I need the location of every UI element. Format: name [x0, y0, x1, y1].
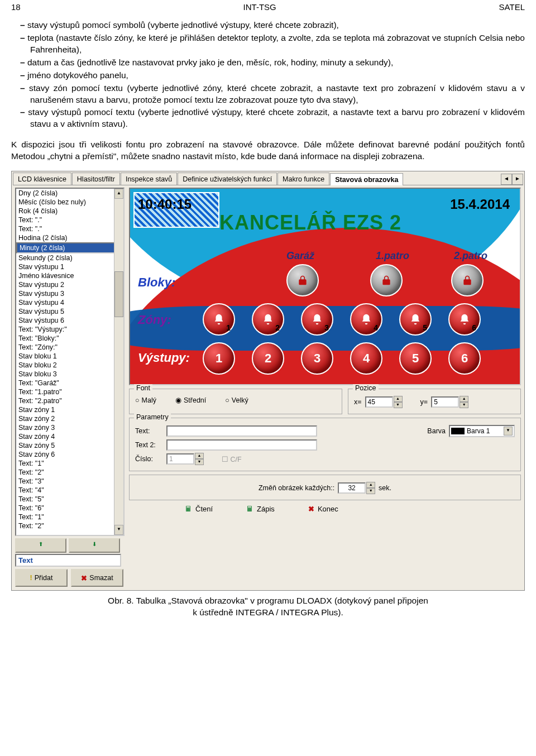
list-item[interactable]: Stav zóny 3 — [16, 423, 123, 432]
text2-input[interactable] — [166, 439, 317, 451]
exclaim-icon: ! — [30, 574, 32, 582]
list-item[interactable]: Stav zóny 4 — [16, 432, 123, 441]
x-input[interactable]: 45 — [365, 396, 393, 408]
text1-input[interactable] — [166, 425, 317, 437]
tab-userfunc[interactable]: Definice uživatelských funkcí — [178, 173, 277, 185]
list-item[interactable]: Hodina (2 čísla) — [16, 233, 123, 242]
params-group: Parametry Text: Barva Barva 1▼ Text 2: Č… — [129, 418, 521, 471]
list-item[interactable]: Dny (2 čísla) — [16, 189, 123, 198]
list-item[interactable]: Text: "2.patro" — [16, 396, 123, 405]
spin-down-icon[interactable]: ▼ — [366, 488, 375, 494]
tab-scroll-left-icon[interactable]: ◄ — [501, 174, 512, 185]
write-button[interactable]: 🖩Zápis — [246, 505, 275, 513]
list-item[interactable]: Stav bloku 2 — [16, 361, 123, 370]
x-label: x= — [354, 398, 362, 406]
list-item[interactable]: Stav výstupu 3 — [16, 289, 123, 298]
status-screen-preview[interactable]: 10:40:15 15.4.2014 KANCELÁŘ EZS 2 Garáž … — [129, 188, 521, 385]
list-item[interactable]: Text: "Bloky:" — [16, 334, 123, 343]
output-status-icon: 4 — [350, 342, 382, 375]
list-item[interactable]: Stav zóny 5 — [16, 441, 123, 450]
list-item[interactable]: Stav bloku 1 — [16, 352, 123, 361]
list-item[interactable]: Stav výstupu 4 — [16, 298, 123, 307]
list-item[interactable]: Stav bloku 3 — [16, 370, 123, 379]
list-item[interactable]: Stav výstupu 1 — [16, 262, 123, 271]
tab-inspection[interactable]: Inspekce stavů — [121, 173, 177, 185]
list-item[interactable]: Minuty (2 čísla) — [16, 242, 123, 253]
arrow-up-icon: ⬆ — [39, 541, 43, 547]
tab-statusscreen[interactable]: Stavová obrazovka — [330, 173, 403, 185]
scroll-down-icon[interactable]: ▼ — [114, 525, 123, 535]
spin-up-icon[interactable]: ▲ — [394, 396, 403, 402]
spin-down-icon[interactable]: ▼ — [394, 402, 403, 408]
zone-status-icon: 5 — [399, 303, 432, 336]
list-item[interactable]: Text: "Výstupy:" — [16, 325, 123, 334]
list-item[interactable]: Stav výstupu 5 — [16, 307, 123, 316]
spin-down-icon[interactable]: ▼ — [460, 402, 468, 408]
list-item[interactable]: Text: "1.patro" — [16, 387, 123, 396]
list-item[interactable]: Stav zóny 6 — [16, 450, 123, 459]
list-item[interactable]: Text: "Zóny:" — [16, 343, 123, 352]
list-item[interactable]: Text: "Garáž" — [16, 379, 123, 387]
zone-status-icon: 3 — [301, 303, 333, 336]
page-number: 18 — [11, 2, 21, 12]
color-label: Barva — [427, 427, 446, 435]
list-item[interactable]: Stav výstupu 2 — [16, 280, 123, 289]
list-item[interactable]: Text: "5" — [16, 495, 123, 504]
list-item[interactable]: Sekundy (2 čísla) — [16, 253, 123, 262]
tab-macro[interactable]: Makro funkce — [277, 173, 329, 185]
list-item[interactable]: Stav zóny 1 — [16, 405, 123, 414]
list-item[interactable]: Text: "2" — [16, 521, 123, 530]
list-item[interactable]: Text: "6" — [16, 504, 123, 513]
text2-label: Text 2: — [135, 441, 163, 449]
list-item[interactable]: Měsíc (číslo bez nuly) — [16, 198, 123, 207]
tab-scroll-right-icon[interactable]: ► — [512, 174, 523, 185]
tab-lcd[interactable]: LCD klávesnice — [13, 173, 71, 185]
font-large-radio[interactable]: ○Velký — [225, 396, 248, 404]
scroll-up-icon[interactable]: ▲ — [114, 189, 123, 199]
list-item[interactable]: Stav zóny 2 — [16, 414, 123, 423]
font-medium-radio[interactable]: ◉Střední — [175, 396, 206, 404]
list-item[interactable]: Text: "." — [16, 216, 123, 224]
scroll-thumb[interactable] — [114, 271, 123, 317]
list-item[interactable]: Text: "4" — [16, 486, 123, 495]
bullet-item: stavy zón pomocí textu (vyberte jednotli… — [11, 83, 525, 106]
y-label: y= — [420, 398, 428, 406]
list-item[interactable]: Text: "1" — [16, 513, 123, 521]
delete-button[interactable]: ✖Smazat — [71, 569, 123, 587]
listbox-scrollbar[interactable]: ▲ ▼ — [114, 189, 123, 535]
y-input[interactable]: 5 — [431, 396, 459, 408]
zone-status-icon: 6 — [448, 303, 481, 336]
elements-listbox[interactable]: Dny (2 čísla)Měsíc (číslo bez nuly)Rok (… — [15, 188, 125, 536]
spin-down-icon: ▼ — [195, 459, 204, 465]
list-item[interactable]: Text: "3" — [16, 477, 123, 486]
spin-up-icon[interactable]: ▲ — [366, 482, 375, 488]
read-button[interactable]: 🖩Čtení — [185, 505, 213, 513]
list-item[interactable]: Stav výstupu 6 — [16, 316, 123, 325]
spin-up-icon[interactable]: ▲ — [460, 396, 468, 402]
paragraph: K dispozici jsou tři velikosti fontu pro… — [11, 139, 525, 162]
close-button[interactable]: ✖Konec — [308, 505, 338, 513]
list-item[interactable]: Text: "2" — [16, 468, 123, 477]
change-interval-input[interactable]: 32 — [338, 482, 366, 494]
params-legend: Parametry — [134, 413, 171, 421]
calculator-icon: 🖩 — [185, 505, 192, 513]
list-item[interactable]: Rok (4 čísla) — [16, 207, 123, 216]
move-up-button[interactable]: ⬆ — [15, 538, 66, 553]
bullet-item: teplota (nastavte číslo zóny, ke které j… — [11, 32, 525, 56]
list-item[interactable]: Jméno klávesnice — [16, 271, 123, 280]
text-input[interactable]: Text — [15, 554, 121, 567]
add-button[interactable]: !Přidat — [15, 569, 68, 587]
list-item[interactable]: Text: "." — [16, 224, 123, 233]
color-select[interactable]: Barva 1▼ — [449, 425, 515, 437]
font-legend: Font — [134, 384, 152, 392]
move-down-button[interactable]: ⬇ — [69, 538, 120, 553]
list-item[interactable]: Text: "1" — [16, 459, 123, 468]
output-status-icon: 1 — [203, 342, 235, 375]
output-status-icon: 2 — [252, 342, 284, 375]
output-status-icon: 3 — [301, 342, 333, 375]
font-small-radio[interactable]: ○Malý — [135, 396, 156, 404]
figure-caption: Obr. 8. Tabulka „Stavová obrazovka" v pr… — [11, 595, 525, 619]
body-text: stavy výstupů pomocí symbolů (vyberte je… — [11, 20, 525, 162]
tab-volume[interactable]: Hlasitost/filtr — [72, 173, 120, 185]
text1-label: Text: — [135, 427, 163, 435]
